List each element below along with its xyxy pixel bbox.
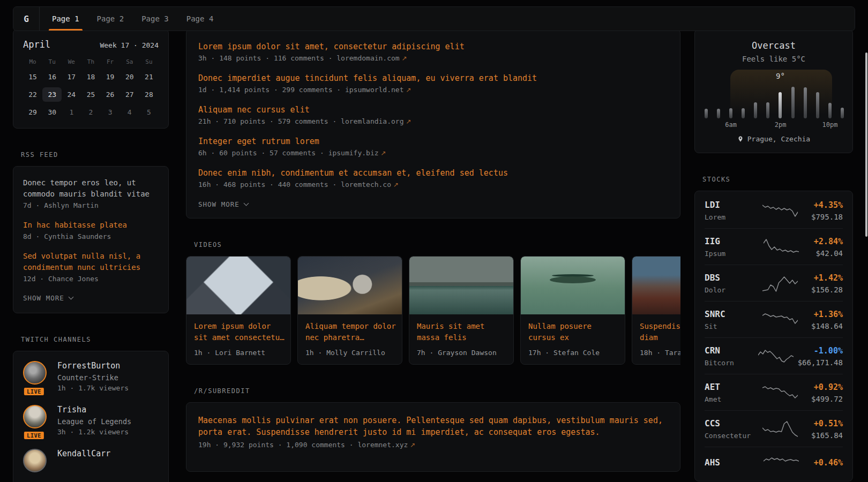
stock-sparkline	[762, 201, 798, 220]
hn-item-link[interactable]: Integer eget rutrum lorem	[198, 136, 668, 147]
twitch-channel-row[interactable]: LIVE Trisha League of Legends 3h · 1.2k …	[23, 405, 159, 436]
subreddit-section-label: /R/SUBREDDIT	[194, 387, 680, 395]
weather-bars	[705, 85, 844, 118]
stock-price: $148.64	[811, 322, 843, 330]
video-thumbnail[interactable]	[298, 257, 402, 314]
weather-bar	[816, 92, 819, 118]
stock-row[interactable]: IIGIpsum +2.84%$42.04	[705, 228, 843, 265]
channel-name[interactable]: ForrestBurton	[57, 361, 129, 371]
calendar-day-next-month: 3	[101, 105, 120, 119]
live-badge: LIVE	[23, 386, 46, 397]
avatar-wrap	[23, 449, 49, 472]
weather-bar	[705, 109, 708, 118]
subreddit-widget: Maecenas mollis pulvinar erat non posuer…	[186, 402, 680, 472]
stock-row[interactable]: CRNBitcorn -1.00%$66,171.48	[705, 337, 843, 374]
vertical-scrollbar-thumb[interactable]	[865, 52, 867, 237]
tab-page-4[interactable]: Page 4	[185, 7, 215, 31]
stock-row[interactable]: LDILorem +4.35%$795.18	[705, 192, 843, 228]
video-card[interactable]: Nullam posuerecursus ex 17h · Stefan Col…	[520, 256, 625, 365]
hn-item-link[interactable]: Lorem ipsum dolor sit amet, consectetur …	[198, 41, 668, 52]
hn-item-link[interactable]: Donec enim nibh, condimentum et accumsan…	[198, 168, 668, 179]
external-link-icon[interactable]: ↗	[381, 149, 386, 157]
app-logo[interactable]: G	[13, 7, 40, 31]
stock-change: +1.42%	[811, 273, 843, 283]
tab-page-2[interactable]: Page 2	[95, 7, 126, 31]
stock-row[interactable]: SNRCSit +1.36%$148.64	[705, 301, 843, 337]
channel-game: Counter-Strike	[57, 373, 129, 382]
weather-bar	[804, 87, 807, 118]
video-title[interactable]: Lorem ipsum dolorsit amet consectetu…	[194, 321, 283, 343]
external-link-icon[interactable]: ↗	[410, 441, 415, 449]
video-card[interactable]: Suspendissediam 18h · Tara	[632, 256, 680, 365]
avatar	[23, 449, 47, 472]
video-title[interactable]: Aliquam tempor dolornec pharetra…	[305, 321, 394, 343]
hn-item: Integer eget rutrum lorem 6h · 60 points…	[198, 136, 668, 159]
video-thumbnail[interactable]	[186, 257, 290, 314]
hn-item: Aliquam nec cursus elit 21h · 710 points…	[198, 104, 668, 127]
video-title[interactable]: Suspendissediam	[640, 321, 680, 343]
external-link-icon[interactable]: ↗	[402, 55, 407, 62]
video-thumbnail[interactable]	[521, 257, 625, 314]
calendar-day: 20	[120, 70, 139, 84]
external-link-icon[interactable]: ↗	[406, 118, 411, 125]
weather-feels-like: Feels like 5°C	[705, 55, 843, 63]
video-thumbnail[interactable]	[632, 257, 680, 314]
external-link-icon[interactable]: ↗	[406, 86, 411, 94]
rss-item-link[interactable]: In hac habitasse platea	[23, 220, 159, 231]
rss-item-meta: 12d · Chance Jones	[23, 273, 159, 284]
tab-page-3[interactable]: Page 3	[140, 7, 170, 31]
channel-name[interactable]: Trisha	[57, 405, 131, 415]
video-thumbnail[interactable]	[409, 257, 513, 314]
hn-show-more-button[interactable]: SHOW MORE	[198, 199, 668, 212]
twitch-channel-row[interactable]: KendallCarr	[23, 449, 159, 472]
video-title[interactable]: Nullam posuerecursus ex	[528, 321, 617, 343]
stock-name: Consectetur	[705, 432, 756, 440]
video-title[interactable]: Mauris sit ametmassa felis	[417, 321, 506, 343]
channel-meta: 3h · 1.2k viewers	[57, 428, 131, 436]
stock-sparkline	[762, 311, 798, 329]
video-card[interactable]: Aliquam tempor dolornec pharetra… 1h · M…	[297, 256, 402, 365]
tab-page-1[interactable]: Page 1	[50, 7, 81, 31]
external-link-icon[interactable]: ↗	[393, 181, 399, 189]
reddit-post-link[interactable]: Maecenas mollis pulvinar erat non posuer…	[198, 415, 668, 438]
calendar-weekday-row: Mo Tu We Th Fr Sa Su	[23, 58, 159, 65]
stock-row[interactable]: CCSConsectetur +0.51%$165.84	[705, 410, 843, 447]
video-card[interactable]: Mauris sit ametmassa felis 7h · Grayson …	[409, 256, 514, 365]
video-card[interactable]: Lorem ipsum dolorsit amet consectetu… 1h…	[186, 256, 291, 365]
twitch-widget: LIVE ForrestBurton Counter-Strike 1h · 1…	[13, 351, 169, 482]
stocks-section: STOCKS LDILorem +4.35%$795.18 IIGIpsum +…	[694, 176, 853, 481]
channel-game: League of Legends	[57, 417, 131, 426]
weekday-label: Su	[139, 58, 159, 65]
stock-row[interactable]: AHS +0.46%	[705, 447, 843, 480]
stocks-section-label: STOCKS	[702, 176, 853, 184]
weather-bar	[791, 87, 795, 118]
stock-sparkline	[762, 274, 798, 292]
weather-condition: Overcast	[705, 40, 843, 51]
rss-item-link[interactable]: Sed volutpat nulla nisl, a condimentum n…	[23, 251, 159, 273]
stock-row[interactable]: DBSDolor +1.42%$156.28	[705, 265, 843, 301]
calendar-day-next-month: 4	[120, 105, 139, 119]
calendar-day: 28	[139, 87, 159, 102]
weather-chart: 9° 6am2pm10pm	[705, 70, 844, 129]
calendar-day-grid: 15 16 17 18 19 20 21 22 23 24 25 26 27 2…	[23, 70, 159, 119]
weekday-label: Tu	[42, 58, 62, 65]
stock-sparkline	[762, 420, 798, 438]
hn-item-link[interactable]: Donec imperdiet augue tincidunt felis al…	[198, 73, 668, 84]
calendar-day: 24	[62, 87, 81, 102]
calendar-day: 19	[101, 70, 120, 84]
chevron-down-icon	[68, 295, 73, 300]
avatar	[23, 405, 47, 428]
rss-show-more-button[interactable]: SHOW MORE	[23, 293, 159, 305]
rss-section-label: RSS FEED	[21, 151, 169, 159]
rss-item: Donec tempor eros leo, ut commodo mauris…	[23, 177, 159, 211]
twitch-channel-row[interactable]: LIVE ForrestBurton Counter-Strike 1h · 1…	[23, 361, 159, 392]
stock-row[interactable]: AETAmet +0.92%$499.72	[705, 374, 843, 410]
rss-item-link[interactable]: Donec tempor eros leo, ut commodo mauris…	[23, 177, 159, 200]
channel-name[interactable]: KendallCarr	[57, 449, 110, 458]
stock-change: +0.46%	[814, 458, 843, 468]
weather-temp-label: 9°	[776, 72, 785, 80]
stock-sparkline	[764, 238, 799, 256]
hn-item-link[interactable]: Aliquam nec cursus elit	[198, 104, 668, 116]
weather-bar	[841, 108, 844, 118]
calendar-day: 17	[62, 70, 81, 84]
